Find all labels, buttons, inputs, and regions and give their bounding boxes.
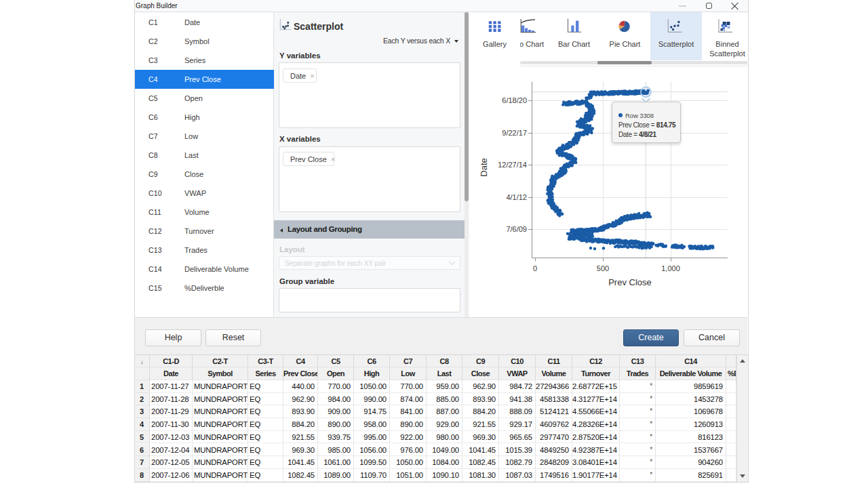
- svg-text:0: 0: [533, 264, 537, 272]
- svg-text:6/18/20: 6/18/20: [502, 96, 527, 104]
- svg-text:500: 500: [597, 264, 609, 272]
- svg-text:Prev Close: Prev Close: [608, 277, 652, 287]
- svg-text:Date: Date: [479, 158, 489, 176]
- svg-text:7/6/09: 7/6/09: [506, 225, 527, 233]
- svg-text:1,000: 1,000: [661, 264, 680, 272]
- svg-text:9/22/17: 9/22/17: [502, 129, 527, 137]
- svg-text:12/27/14: 12/27/14: [498, 161, 527, 169]
- svg-text:4/1/12: 4/1/12: [506, 193, 527, 201]
